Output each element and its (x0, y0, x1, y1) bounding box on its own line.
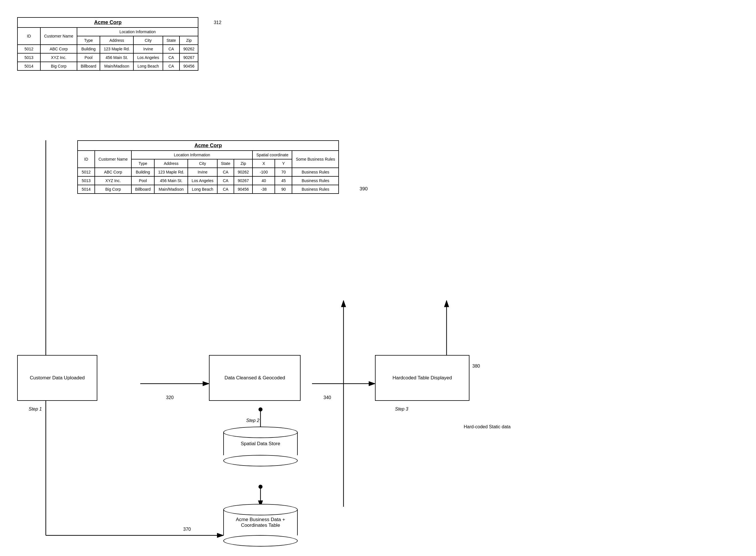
svg-point-12 (258, 408, 262, 411)
cell-y: 45 (275, 176, 292, 185)
step2-label: Step 2 (246, 418, 259, 423)
col-city-header: City (133, 36, 163, 45)
col-name-header: Customer Name (40, 28, 77, 45)
cell-state: CA (217, 176, 234, 185)
table-row: 5013 XYZ Inc. Pool 456 Main St. Los Ange… (17, 53, 198, 62)
cell-id: 5014 (78, 185, 95, 194)
cell-id: 5012 (78, 168, 95, 176)
cell-rules: Business Rules (292, 185, 339, 194)
cell-city: Los Angeles (133, 53, 163, 62)
cell-address: 456 Main St. (100, 53, 133, 62)
acme-cylinder-top (223, 504, 298, 515)
cell-zip: 90267 (234, 176, 252, 185)
cell-x: 40 (252, 176, 275, 185)
cell-id: 5013 (17, 53, 40, 62)
b-col-location-header: Location Information (132, 150, 252, 159)
cell-zip: 90456 (234, 185, 252, 194)
hardcoded-static-label: Hard-coded Static data (464, 424, 511, 430)
cell-name: ABC Corp (40, 45, 77, 53)
b-col-type-header: Type (132, 159, 154, 168)
cell-state: CA (163, 45, 180, 53)
bottom-table-title: Acme Corp (78, 141, 339, 150)
top-table-title: Acme Corp (17, 18, 198, 28)
table-row: 5014 Big Corp Billboard Main/Madison Lon… (78, 185, 339, 194)
col-zip-header: Zip (179, 36, 198, 45)
cell-state: CA (217, 185, 234, 194)
cell-type: Pool (77, 53, 100, 62)
b-col-y-header: Y (275, 159, 292, 168)
cell-state: CA (217, 168, 234, 176)
ref-370: 370 (183, 527, 191, 532)
customer-data-label: Customer Data Uploaded (30, 375, 85, 381)
b-col-rules-header: Some Business Rules (292, 150, 339, 168)
cell-zip: 90267 (179, 53, 198, 62)
acme-business-cylinder: Acme Business Data + Coordinates Table (223, 504, 298, 547)
ref-380: 380 (472, 363, 480, 369)
data-cleansed-label: Data Cleansed & Geocoded (224, 375, 285, 381)
cell-id: 5012 (17, 45, 40, 53)
ref-390: 390 (360, 186, 367, 192)
b-col-city-header: City (188, 159, 217, 168)
table-row: 5014 Big Corp Billboard Main/Madison Lon… (17, 62, 198, 70)
cell-x: -100 (252, 168, 275, 176)
ref-340: 340 (323, 395, 331, 400)
diagram-container: 312 Acme Corp ID Customer Name Location … (0, 0, 756, 556)
cylinder-top (223, 426, 298, 438)
cell-x: -38 (252, 185, 275, 194)
cell-city: Irvine (133, 45, 163, 53)
cell-zip: 90262 (179, 45, 198, 53)
ref-320: 320 (166, 395, 174, 400)
cell-zip: 90456 (179, 62, 198, 70)
cell-zip: 90262 (234, 168, 252, 176)
cell-type: Billboard (77, 62, 100, 70)
col-location-header: Location Information (77, 28, 198, 36)
b-col-x-header: X (252, 159, 275, 168)
arrows-svg (0, 0, 756, 556)
b-col-address-header: Address (154, 159, 188, 168)
table-row: 5012 ABC Corp Building 123 Maple Rd. Irv… (17, 45, 198, 53)
spatial-data-store: Spatial Data Store (223, 426, 298, 466)
cell-name: ABC Corp (95, 168, 132, 176)
cell-type: Building (77, 45, 100, 53)
cell-type: Pool (132, 176, 154, 185)
cell-y: 70 (275, 168, 292, 176)
cell-address: 123 Maple Rd. (100, 45, 133, 53)
b-col-id-header: ID (78, 150, 95, 168)
cell-city: Long Beach (188, 185, 217, 194)
step3-label: Step 3 (395, 407, 408, 412)
svg-point-13 (258, 485, 262, 489)
top-table: Acme Corp ID Customer Name Location Info… (17, 17, 199, 71)
cell-y: 90 (275, 185, 292, 194)
cell-city: Long Beach (133, 62, 163, 70)
data-cleansed-box: Data Cleansed & Geocoded (209, 355, 300, 401)
table-row: 5012 ABC Corp Building 123 Maple Rd. Irv… (78, 168, 339, 176)
col-address-header: Address (100, 36, 133, 45)
top-table-312: 312 Acme Corp ID Customer Name Location … (17, 17, 199, 71)
cell-city: Los Angeles (188, 176, 217, 185)
step1-label: Step 1 (29, 407, 42, 412)
cell-state: CA (163, 62, 180, 70)
cell-name: Big Corp (95, 185, 132, 194)
ref-312: 312 (214, 20, 222, 25)
cell-rules: Business Rules (292, 168, 339, 176)
b-col-state-header: State (217, 159, 234, 168)
b-col-zip-header: Zip (234, 159, 252, 168)
col-state-header: State (163, 36, 180, 45)
cell-rules: Business Rules (292, 176, 339, 185)
cell-id: 5014 (17, 62, 40, 70)
b-col-spatial-header: Spatial coordinate (252, 150, 292, 159)
col-type-header: Type (77, 36, 100, 45)
cell-id: 5013 (78, 176, 95, 185)
hardcoded-label: Hardcoded Table Displayed (392, 375, 452, 381)
acme-cylinder-bottom (223, 535, 298, 547)
cell-name: XYZ Inc. (95, 176, 132, 185)
cell-address: 456 Main St. (154, 176, 188, 185)
bottom-table-390: 390 Acme Corp ID Customer Name Location … (77, 140, 339, 194)
cell-name: XYZ Inc. (40, 53, 77, 62)
bottom-table: Acme Corp ID Customer Name Location Info… (77, 140, 339, 194)
customer-data-box: Customer Data Uploaded (17, 355, 97, 401)
cell-city: Irvine (188, 168, 217, 176)
cell-type: Building (132, 168, 154, 176)
cell-address: 123 Maple Rd. (154, 168, 188, 176)
cell-address: Main/Madison (100, 62, 133, 70)
